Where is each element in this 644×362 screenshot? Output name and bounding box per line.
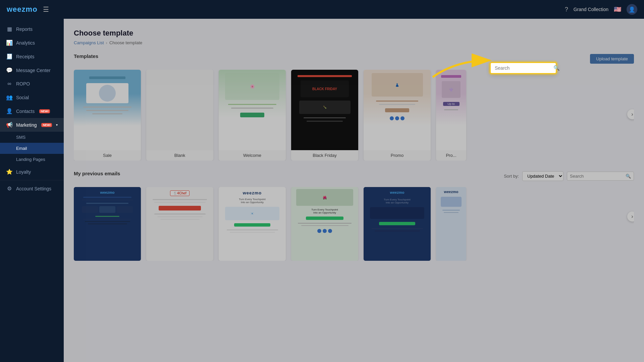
template-label-blank: Blank <box>146 150 213 161</box>
template-label-blackfriday: Black Friday <box>291 150 358 161</box>
sidebar-item-label: ROPO <box>16 81 30 86</box>
prev-email-img-1: weezmo <box>74 187 141 261</box>
breadcrumb-parent[interactable]: Campaigns List <box>74 40 104 45</box>
prev-email-card-3[interactable]: weezmo Turn Every TouchpointInto an Oppo… <box>219 187 286 261</box>
search-icon: 🔍 <box>553 65 560 71</box>
breadcrumb-separator: › <box>106 40 107 45</box>
prev-email-img-6: weezmo <box>436 187 466 261</box>
flag-icon: 🇺🇸 <box>614 6 621 13</box>
prev-email-card-1[interactable]: weezmo <box>74 187 141 261</box>
prev-emails-scroll-next[interactable]: › <box>627 212 634 222</box>
help-icon[interactable]: ? <box>565 6 568 13</box>
sidebar-sub-email[interactable]: Email <box>0 143 64 154</box>
sidebar-item-receipts[interactable]: 🧾 Receipts <box>0 50 64 63</box>
username-label: Grand Collection <box>574 7 608 12</box>
template-label-welcome: Welcome <box>219 150 286 161</box>
prev-email-card-6[interactable]: weezmo <box>436 187 466 261</box>
templates-section-title: Templates <box>74 53 98 59</box>
sidebar-item-account-settings[interactable]: ⚙ Account Settings <box>0 182 64 195</box>
ropo-icon: ∞ <box>6 81 13 87</box>
prev-email-card-2[interactable]: 🍴4Chef <box>146 187 213 261</box>
sidebar-item-label: Message Center <box>16 68 51 73</box>
prev-email-img-5: weezmo Turn Every TouchpointInto an Oppo… <box>364 187 431 261</box>
sidebar-item-label: Loyalty <box>16 169 31 175</box>
loyalty-icon: ⭐ <box>6 169 13 175</box>
template-img-sale <box>74 70 141 150</box>
contacts-badge: NEW! <box>39 109 50 113</box>
template-card-welcome[interactable]: 🌸 Welcome <box>219 70 286 161</box>
analytics-icon: 📊 <box>6 40 13 46</box>
template-card-promo[interactable]: 👗 Promo <box>364 70 431 161</box>
sidebar-item-label: Receipts <box>16 54 34 59</box>
sidebar-sub-landing-pages[interactable]: Landing Pages <box>0 154 64 165</box>
sidebar-item-label: Social <box>16 95 29 100</box>
template-img-blackfriday: BLACK FRIDAY 🍾 <box>291 70 358 150</box>
sidebar-item-marketing[interactable]: 📢 Marketing NEW! ▾ <box>0 118 64 132</box>
page-title: Choose template <box>74 29 634 38</box>
breadcrumb: Campaigns List › Choose template <box>74 40 634 45</box>
template-search-input[interactable] <box>495 65 553 71</box>
upload-template-button[interactable]: Upload template <box>590 54 634 64</box>
prev-email-img-3: weezmo Turn Every TouchpointInto an Oppo… <box>219 187 286 261</box>
template-card-blackfriday[interactable]: BLACK FRIDAY 🍾 Black Friday <box>291 70 358 161</box>
sidebar-item-loyalty[interactable]: ⭐ Loyalty <box>0 165 64 179</box>
prev-email-img-4: 🌺 Turn Every TouchpointInto an Opportuni… <box>291 187 358 261</box>
sidebar-item-label: Analytics <box>16 40 35 46</box>
sort-by-row: Sort by: Updated Date Created Date Name … <box>504 171 634 181</box>
template-card-sale[interactable]: Sale <box>74 70 141 161</box>
template-img-welcome: 🌸 <box>219 70 286 150</box>
sidebar-item-label: Contacts <box>16 109 35 114</box>
avatar[interactable]: 👤 <box>627 4 637 15</box>
template-img-blank <box>146 70 213 150</box>
template-img-promo2: 👚 Up to <box>436 70 466 150</box>
prev-emails-search-box[interactable]: 🔍 <box>567 172 634 181</box>
social-icon: 👥 <box>6 94 13 101</box>
app-logo: weezmo <box>7 5 38 14</box>
search-icon-small: 🔍 <box>626 174 631 179</box>
prev-email-card-4[interactable]: 🌺 Turn Every TouchpointInto an Opportuni… <box>291 187 358 261</box>
sidebar-item-label: Marketing <box>16 122 37 128</box>
previous-emails-row: weezmo <box>74 187 634 261</box>
sidebar-item-message-center[interactable]: 💬 Message Center <box>0 63 64 77</box>
sidebar-item-label: Account Settings <box>16 186 51 191</box>
breadcrumb-current: Choose template <box>109 40 142 45</box>
expand-icon: ▾ <box>56 123 58 127</box>
sidebar-item-reports[interactable]: ▦ Reports <box>0 22 64 36</box>
top-nav: weezmo ☰ ? Grand Collection 🇺🇸 👤 <box>0 0 644 19</box>
template-card-promo2[interactable]: 👚 Up to Pro... <box>436 70 466 161</box>
sidebar-divider <box>0 180 64 180</box>
sidebar-item-ropo[interactable]: ∞ ROPO <box>0 77 64 90</box>
contacts-icon: 👤 <box>6 108 13 114</box>
sort-select[interactable]: Updated Date Created Date Name <box>522 171 564 181</box>
sort-label: Sort by: <box>504 174 519 179</box>
prev-emails-search-input[interactable] <box>570 174 624 179</box>
template-label-promo2: Pro... <box>436 150 466 161</box>
prev-email-card-5[interactable]: weezmo Turn Every TouchpointInto an Oppo… <box>364 187 431 261</box>
marketing-icon: 📢 <box>6 122 13 128</box>
receipts-icon: 🧾 <box>6 53 13 60</box>
template-search-box-highlighted[interactable]: 🔍 <box>490 62 557 74</box>
sidebar-item-contacts[interactable]: 👤 Contacts NEW! <box>0 104 64 118</box>
hamburger-icon[interactable]: ☰ <box>43 5 49 13</box>
message-center-icon: 💬 <box>6 67 13 73</box>
template-img-promo: 👗 <box>364 70 431 150</box>
sidebar-item-social[interactable]: 👥 Social <box>0 90 64 104</box>
previous-emails-header: My previous emails Sort by: Updated Date… <box>74 171 634 182</box>
template-row: Sale Blank 🌸 <box>74 70 634 161</box>
sidebar-item-analytics[interactable]: 📊 Analytics <box>0 36 64 50</box>
top-nav-right: ? Grand Collection 🇺🇸 👤 <box>565 4 637 15</box>
sidebar-sub-sms[interactable]: SMS <box>0 132 64 143</box>
template-label-promo: Promo <box>364 150 431 161</box>
sidebar: ▦ Reports 📊 Analytics 🧾 Receipts 💬 Messa… <box>0 19 64 362</box>
templates-toolbar: Upload template <box>590 54 634 64</box>
sidebar-item-label: Reports <box>16 26 33 32</box>
template-label-sale: Sale <box>74 150 141 161</box>
account-settings-icon: ⚙ <box>6 185 13 192</box>
previous-emails-title: My previous emails <box>74 171 120 176</box>
marketing-badge: NEW! <box>41 123 52 127</box>
top-nav-left: weezmo ☰ <box>7 5 49 14</box>
marketing-submenu: SMS Email Landing Pages <box>0 132 64 165</box>
reports-icon: ▦ <box>6 26 13 32</box>
template-card-blank[interactable]: Blank <box>146 70 213 161</box>
templates-scroll-wrapper: Sale Blank 🌸 <box>74 70 634 161</box>
